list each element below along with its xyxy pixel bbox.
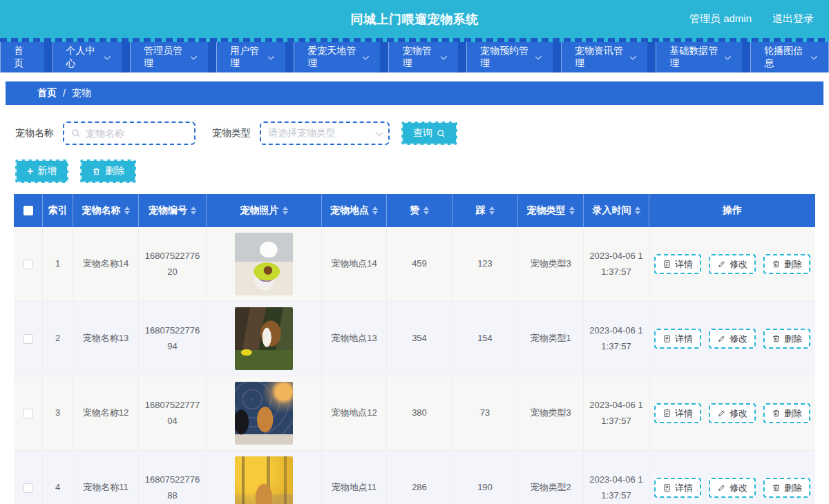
nav-item-6[interactable]: 宠物预约管理 (466, 42, 553, 72)
detail-button[interactable]: 详情 (654, 329, 701, 349)
edit-button[interactable]: 修改 (709, 403, 756, 423)
sort-icon[interactable] (569, 206, 575, 215)
nav-item-0[interactable]: 首页 (0, 42, 45, 72)
nav-item-1[interactable]: 个人中心 (53, 42, 122, 72)
app-header: 同城上门喂遛宠物系统 管理员 admin 退出登录 (0, 0, 829, 38)
delete-row-button[interactable]: 删除 (763, 478, 810, 498)
delete-button-label: 删除 (105, 165, 124, 177)
cell-likes: 286 (387, 451, 452, 504)
header-user-area: 管理员 admin 退出登录 (689, 12, 829, 26)
cell-entry-time: 2023-04-06 11:37:57 (584, 376, 649, 450)
row-checkbox[interactable] (23, 334, 33, 344)
delete-row-button-label: 删除 (784, 407, 802, 420)
search-button[interactable]: 查询 (401, 122, 457, 145)
breadcrumb-home-link[interactable]: 首页 (37, 87, 57, 99)
chevron-down-icon (725, 53, 731, 59)
column-header-6: 踩 (452, 194, 518, 227)
chevron-down-icon (811, 53, 817, 59)
edit-button-label: 修改 (730, 333, 747, 345)
column-header-9: 操作 (649, 194, 815, 227)
document-icon (663, 334, 671, 343)
pen-icon (717, 260, 726, 269)
nav-item-9[interactable]: 轮播图信息 (750, 42, 829, 72)
select-all-checkbox[interactable] (23, 206, 33, 215)
cell-index: 2 (43, 302, 73, 376)
row-checkbox[interactable] (23, 260, 33, 269)
pet-table: 索引宠物名称宠物编号宠物照片宠物地点赞踩宠物类型录入时间操作 1宠物名称1416… (14, 194, 815, 504)
cell-entry-time: 2023-04-06 11:37:57 (584, 451, 649, 504)
cell-pet-type: 宠物类型2 (518, 451, 584, 504)
sort-icon[interactable] (124, 206, 130, 215)
pet-photo (235, 382, 293, 445)
column-header-1: 宠物名称 (73, 194, 139, 227)
cell-index: 1 (43, 227, 73, 301)
cell-operations: 详情修改删除 (649, 376, 815, 450)
nav-item-3[interactable]: 用户管理 (216, 42, 286, 72)
cell-pet-type: 宠物类型3 (518, 227, 584, 301)
sort-icon[interactable] (191, 206, 196, 215)
nav-item-7[interactable]: 宠物资讯管理 (561, 42, 648, 72)
add-button[interactable]: + 新增 (15, 159, 68, 183)
edit-button-label: 修改 (730, 407, 747, 420)
pet-name-input[interactable] (86, 128, 187, 139)
row-checkbox[interactable] (23, 483, 33, 493)
pet-name-label: 宠物名称 (15, 127, 54, 139)
cell-likes: 354 (387, 302, 452, 376)
row-checkbox[interactable] (23, 409, 33, 418)
sort-icon[interactable] (372, 206, 378, 215)
sort-icon[interactable] (489, 206, 495, 215)
table-row: 1宠物名称141680752277620宠物地点14459123宠物类型3202… (14, 227, 815, 302)
cell-pet-photo (207, 227, 322, 301)
table-row: 4宠物名称111680752277688宠物地点11286190宠物类型2202… (14, 451, 815, 504)
document-icon (663, 260, 671, 269)
delete-button[interactable]: 删除 (80, 159, 136, 183)
search-button-label: 查询 (413, 127, 432, 139)
delete-row-button[interactable]: 删除 (763, 329, 810, 349)
sort-icon[interactable] (635, 206, 640, 215)
nav-item-8[interactable]: 基础数据管理 (656, 42, 743, 72)
logout-link[interactable]: 退出登录 (772, 12, 814, 26)
filter-bar: 宠物名称 宠物类型 请选择宠物类型 查询 (15, 122, 829, 145)
detail-button[interactable]: 详情 (654, 478, 701, 498)
nav-item-2[interactable]: 管理员管理 (130, 42, 209, 72)
trash-icon (772, 334, 781, 343)
nav-item-5[interactable]: 宠物管理 (388, 42, 458, 72)
nav-item-label: 个人中心 (66, 45, 99, 70)
edit-button-label: 修改 (730, 482, 747, 494)
cell-pet-name: 宠物名称12 (73, 376, 139, 450)
cell-operations: 详情修改删除 (649, 302, 815, 376)
detail-button[interactable]: 详情 (654, 403, 701, 423)
nav-item-label: 用户管理 (230, 45, 263, 70)
cell-pet-code: 1680752277704 (139, 376, 207, 450)
cell-entry-time: 2023-04-06 11:37:57 (584, 302, 649, 376)
delete-row-button[interactable]: 删除 (763, 254, 810, 274)
cell-pet-name: 宠物名称13 (73, 302, 139, 376)
delete-row-button[interactable]: 删除 (763, 403, 810, 423)
column-header-0: 索引 (43, 194, 73, 227)
cell-dislikes: 190 (452, 451, 518, 504)
cell-pet-name: 宠物名称11 (73, 451, 139, 504)
column-header-label: 宠物照片 (240, 204, 279, 217)
pet-type-select[interactable]: 请选择宠物类型 (260, 122, 390, 145)
cell-pet-type: 宠物类型1 (518, 302, 584, 376)
cell-pet-location: 宠物地点14 (322, 227, 387, 301)
edit-button[interactable]: 修改 (709, 478, 756, 498)
select-all-cell (14, 194, 43, 227)
nav-item-4[interactable]: 爱宠天地管理 (294, 42, 381, 72)
table-row: 3宠物名称121680752277704宠物地点1238073宠物类型32023… (14, 376, 815, 451)
trash-icon (92, 167, 101, 176)
cell-pet-code: 1680752277620 (139, 227, 207, 301)
edit-button[interactable]: 修改 (709, 254, 756, 274)
detail-button[interactable]: 详情 (654, 254, 701, 274)
column-header-2: 宠物编号 (139, 194, 207, 227)
nav-item-label: 首页 (14, 45, 31, 70)
nav-item-label: 管理员管理 (144, 45, 186, 70)
row-checkbox-cell (14, 451, 43, 504)
sort-icon[interactable] (283, 206, 288, 215)
cell-pet-type: 宠物类型3 (518, 376, 584, 450)
edit-button-label: 修改 (730, 258, 747, 271)
edit-button[interactable]: 修改 (709, 329, 756, 349)
delete-row-button-label: 删除 (784, 258, 802, 271)
pet-photo (235, 233, 293, 295)
sort-icon[interactable] (423, 206, 429, 215)
